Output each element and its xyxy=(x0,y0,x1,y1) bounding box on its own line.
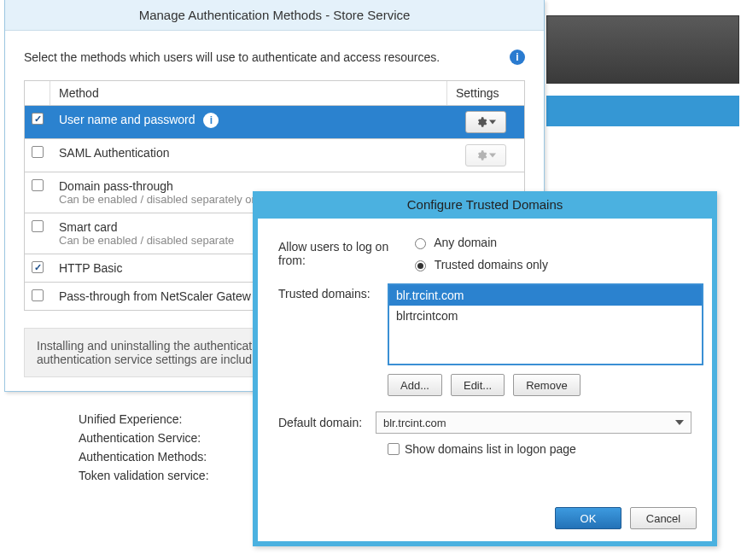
radio-any-domain[interactable] xyxy=(415,238,426,249)
settings-button[interactable] xyxy=(465,111,506,133)
allow-label: Allow users to log on from: xyxy=(278,240,415,267)
bg-toolbar xyxy=(546,15,739,84)
show-domains-checkbox[interactable] xyxy=(388,443,400,455)
add-button[interactable]: Add... xyxy=(388,374,442,396)
dialog1-instruction: Select the methods which users will use … xyxy=(24,50,440,64)
row-checkbox[interactable] xyxy=(32,113,44,125)
bg-info-panel: Unified Experience: Authentication Servi… xyxy=(79,410,266,485)
ok-button[interactable]: OK xyxy=(555,507,621,529)
gear-icon xyxy=(476,149,487,161)
edit-button[interactable]: Edit... xyxy=(451,374,505,396)
default-domain-select[interactable]: blr.trcint.com xyxy=(376,411,691,434)
cancel-button[interactable]: Cancel xyxy=(630,507,697,529)
info-label: Token validation service: xyxy=(79,466,266,485)
info-icon[interactable]: i xyxy=(510,50,525,65)
method-name: SAML Authentication xyxy=(59,146,169,160)
info-label: Authentication Service: xyxy=(79,429,266,447)
trusted-domains-list[interactable]: blr.trcint.com blrtrcintcom xyxy=(388,283,703,365)
row-checkbox[interactable] xyxy=(32,289,44,301)
default-domain-label: Default domain: xyxy=(278,416,376,429)
list-item[interactable]: blr.trcint.com xyxy=(389,285,702,306)
col-settings[interactable]: Settings xyxy=(447,81,524,105)
table-header: Method Settings xyxy=(25,81,524,106)
radio-trusted-only[interactable] xyxy=(415,260,426,271)
chevron-down-icon xyxy=(489,119,496,125)
table-row[interactable]: User name and password i xyxy=(25,106,524,139)
row-checkbox[interactable] xyxy=(32,179,44,191)
dialog1-title[interactable]: Manage Authentication Methods - Store Se… xyxy=(5,0,544,31)
bg-header-band xyxy=(546,96,739,126)
col-method[interactable]: Method xyxy=(50,81,447,105)
list-item[interactable]: blrtrcintcom xyxy=(389,306,702,326)
info-label: Unified Experience: xyxy=(79,410,266,429)
method-name: HTTP Basic xyxy=(59,261,122,275)
chevron-down-icon xyxy=(489,152,496,159)
row-checkbox[interactable] xyxy=(32,146,44,158)
row-checkbox[interactable] xyxy=(32,220,44,232)
settings-button[interactable] xyxy=(465,144,506,166)
default-domain-value: blr.trcint.com xyxy=(383,417,446,429)
trusted-domains-label: Trusted domains: xyxy=(278,287,388,300)
info-label: Authentication Methods: xyxy=(79,447,266,466)
radio-trusted-only-label: Trusted domains only xyxy=(435,258,548,271)
method-name: User name and password xyxy=(59,113,195,126)
remove-button[interactable]: Remove xyxy=(513,374,580,396)
configure-trusted-domains-dialog: Configure Trusted Domains Allow users to… xyxy=(253,191,717,546)
row-checkbox[interactable] xyxy=(32,261,44,273)
method-name: Pass-through from NetScaler Gatew xyxy=(59,289,251,303)
gear-icon xyxy=(476,116,487,128)
show-domains-label: Show domains list in logon page xyxy=(405,442,576,456)
chevron-down-icon xyxy=(675,420,684,425)
info-icon[interactable]: i xyxy=(203,113,219,128)
radio-any-domain-label: Any domain xyxy=(434,236,497,249)
table-row[interactable]: SAML Authentication xyxy=(25,139,524,172)
dialog2-title[interactable]: Configure Trusted Domains xyxy=(258,195,712,219)
